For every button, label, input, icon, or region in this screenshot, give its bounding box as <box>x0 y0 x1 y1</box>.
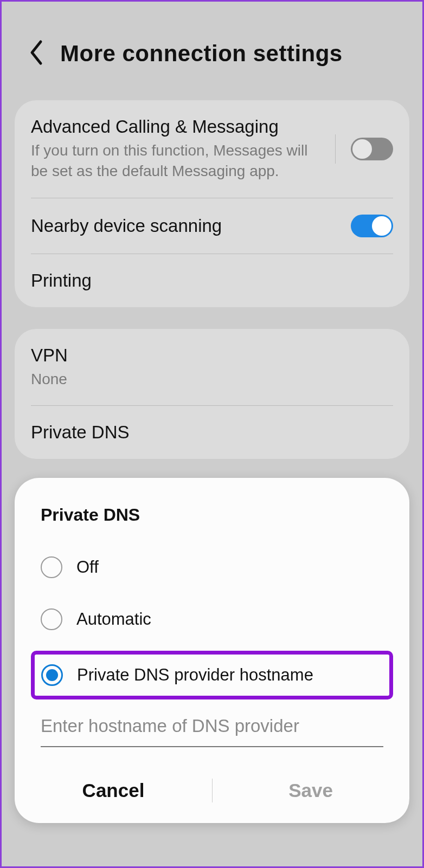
setting-title: Nearby device scanning <box>31 216 343 236</box>
radio-option-automatic[interactable]: Automatic <box>15 593 409 645</box>
setting-nearby-scanning[interactable]: Nearby device scanning <box>15 198 409 254</box>
toggle-separator <box>335 134 336 164</box>
radio-label: Off <box>76 558 99 577</box>
action-separator <box>212 779 213 802</box>
page-title: More connection settings <box>60 41 343 67</box>
setting-title: Advanced Calling & Messaging <box>31 116 327 137</box>
setting-vpn[interactable]: VPN None <box>15 329 409 406</box>
cancel-button[interactable]: Cancel <box>15 769 212 812</box>
dialog-actions: Cancel Save <box>15 769 409 812</box>
dialog-title: Private DNS <box>15 505 409 541</box>
setting-title: Private DNS <box>31 422 385 443</box>
radio-icon <box>41 608 62 630</box>
back-icon[interactable] <box>29 40 44 68</box>
header: More connection settings <box>2 2 422 95</box>
setting-printing[interactable]: Printing <box>15 254 409 307</box>
toggle-nearby-scanning[interactable] <box>351 215 393 237</box>
setting-title: VPN <box>31 345 385 366</box>
private-dns-dialog: Private DNS Off Automatic Private DNS pr… <box>15 478 409 823</box>
radio-icon <box>41 556 62 578</box>
radio-label: Automatic <box>76 610 151 629</box>
settings-card-1: Advanced Calling & Messaging If you turn… <box>15 100 409 307</box>
hostname-placeholder: Enter hostname of DNS provider <box>41 716 383 736</box>
hostname-input[interactable]: Enter hostname of DNS provider <box>41 716 383 747</box>
save-button[interactable]: Save <box>212 769 409 812</box>
setting-private-dns[interactable]: Private DNS <box>15 406 409 459</box>
setting-value: None <box>31 369 385 390</box>
setting-subtitle: If you turn on this function, Messages w… <box>31 140 327 182</box>
radio-icon <box>41 664 63 686</box>
radio-option-off[interactable]: Off <box>15 541 409 593</box>
setting-title: Printing <box>31 270 385 291</box>
settings-card-2: VPN None Private DNS <box>15 329 409 459</box>
radio-option-hostname[interactable]: Private DNS provider hostname <box>31 651 393 699</box>
toggle-advanced-calling[interactable] <box>351 138 393 160</box>
setting-advanced-calling[interactable]: Advanced Calling & Messaging If you turn… <box>15 100 409 198</box>
radio-label: Private DNS provider hostname <box>77 665 313 685</box>
